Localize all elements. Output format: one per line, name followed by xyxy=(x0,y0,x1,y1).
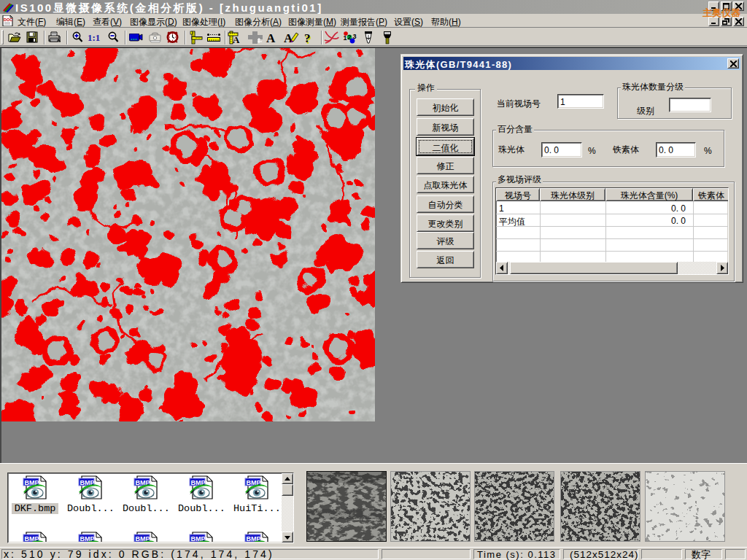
svg-text:A: A xyxy=(233,34,240,44)
svg-text:A: A xyxy=(284,31,293,44)
svg-text:1: 1 xyxy=(344,34,347,42)
svg-text:3: 3 xyxy=(353,33,357,40)
svg-text:2: 2 xyxy=(348,34,352,41)
